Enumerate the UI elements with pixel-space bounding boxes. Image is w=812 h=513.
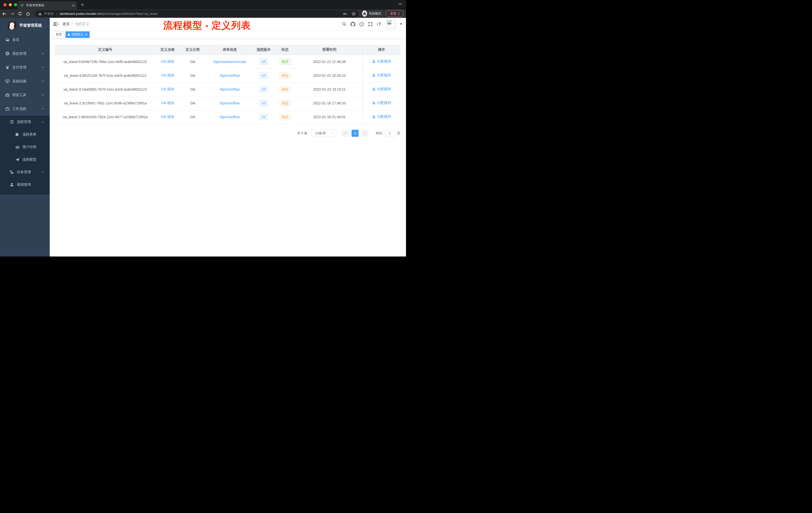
incognito-label: 无痕模式 <box>369 11 381 16</box>
url-text[interactable]: dashboard.yudao.iocoder.cn/bpm/manager/d… <box>59 12 158 16</box>
col-definition-name: 定义名称 <box>156 45 179 55</box>
assign-user-icon <box>372 73 376 77</box>
chrome-update-button[interactable]: 更新 <box>385 10 404 17</box>
form-link[interactable]: /bpm/oa/flow <box>220 73 239 78</box>
hamburger-icon[interactable] <box>54 22 58 26</box>
table-row: oa_leave:1:482ec033-762a-11ec-8477-a2380… <box>55 110 401 124</box>
sidebar-item-workflow[interactable]: 工作流程 <box>0 102 50 116</box>
page-content: 定义编号 定义名称 定义分类 表单信息 流程版本 状态 部署时间 操作 oa_l <box>50 39 406 137</box>
tag-label: 流程定义 <box>71 32 83 37</box>
tab-search-chevron-icon[interactable] <box>399 3 402 5</box>
password-key-icon[interactable] <box>343 12 348 16</box>
version-badge: v5 <box>259 58 268 65</box>
page-number-current[interactable]: 1 <box>351 130 358 137</box>
sidebar-item-label: 首页 <box>12 38 19 42</box>
forward-icon[interactable] <box>10 12 14 16</box>
sidebar-item-process-model[interactable]: 流程模型 <box>0 153 50 166</box>
toolbox-icon <box>5 107 9 111</box>
not-secure-warning-icon[interactable] <box>38 12 42 15</box>
main-area: 流程模型 - 定义列表 首页 / 流程定义 <box>50 18 406 256</box>
form-link[interactable]: /bpm/oa/flow <box>220 101 239 105</box>
text-size-icon[interactable]: TT <box>377 22 382 26</box>
breadcrumb-separator: / <box>72 22 73 26</box>
deploy-time: 2022-01-16 01:40:51 <box>296 110 362 124</box>
security-label[interactable]: 不安全 <box>44 11 54 16</box>
browser-menu-kebab-icon[interactable] <box>399 12 399 15</box>
tag-label: 首页 <box>56 32 62 37</box>
form-link[interactable]: /bpm/oa/flow <box>220 87 239 91</box>
url-host: dashboard.yudao.iocoder.cn <box>59 12 100 16</box>
sidebar-item-payment[interactable]: 支付管理 <box>0 60 50 74</box>
chevron-left-icon <box>345 132 347 135</box>
form-link[interactable]: /bpm/oa/leave/create <box>213 60 246 64</box>
definition-name-link[interactable]: OA 请假 <box>161 73 174 77</box>
tab-close-icon[interactable] <box>72 4 75 7</box>
assign-rule-button[interactable]: 分配规则 <box>372 73 391 78</box>
page-size-select[interactable]: 10条/页 <box>311 130 337 137</box>
chevron-down-icon <box>332 132 334 134</box>
table-row: oa_leave:3:1fad3d93-7b75-11ec-a3c8-acde4… <box>55 82 401 96</box>
table-row: oa_leave:2:3c1f0ef1-76b1-11ec-9c66-a2380… <box>55 96 401 110</box>
form-link[interactable]: /bpm/oa/flow <box>220 115 239 119</box>
sidebar-item-devtools[interactable]: 研发工具 <box>0 88 50 102</box>
back-icon[interactable] <box>2 12 6 16</box>
sidebar-item-process-form[interactable]: 流程表单 <box>0 128 50 141</box>
prev-page-button[interactable] <box>342 130 349 137</box>
definition-name-link[interactable]: OA 请假 <box>161 87 174 91</box>
next-page-button[interactable] <box>361 130 368 137</box>
definition-id: oa_leave:4:991f2193-7b7f-11ec-a3c8-acde4… <box>55 68 156 82</box>
home-icon[interactable] <box>26 12 30 16</box>
sidebar-item-label: 研发工具 <box>12 93 26 97</box>
chevron-up-icon <box>41 121 44 123</box>
assign-rule-button[interactable]: 分配规则 <box>372 115 391 119</box>
zoom-window-button[interactable] <box>14 3 17 6</box>
sidebar-item-user-group[interactable]: 用户分组 <box>0 141 50 153</box>
address-bar[interactable]: 不安全 | dashboard.yudao.iocoder.cn/bpm/man… <box>35 10 359 17</box>
version-badge: v1 <box>259 114 268 120</box>
sidebar-item-process-management[interactable]: 流程管理 <box>0 116 50 128</box>
tag-home[interactable]: 首页 <box>54 31 64 38</box>
tag-process-definition[interactable]: 流程定义 <box>65 31 90 38</box>
sidebar-item-home[interactable]: 首页 <box>0 33 50 47</box>
goto-label: 前往 <box>376 131 382 135</box>
browser-tab[interactable]: 芋道管理系统 <box>18 1 77 9</box>
definition-name-link[interactable]: OA 请假 <box>161 101 174 105</box>
reload-icon[interactable] <box>18 11 22 16</box>
sidebar-item-label: 系统管理 <box>12 52 26 56</box>
minimize-window-button[interactable] <box>9 3 12 6</box>
definition-category: OA <box>179 55 206 68</box>
avatar-caret-down-icon[interactable] <box>400 23 402 25</box>
logo-avatar <box>8 21 16 30</box>
sidebar-item-leave-query[interactable]: 请假查询 <box>0 178 50 191</box>
chevron-down-icon <box>41 94 44 96</box>
close-window-button[interactable] <box>3 3 6 6</box>
definition-category: OA <box>179 110 206 124</box>
sidebar-item-system[interactable]: 系统管理 <box>0 47 50 60</box>
help-icon[interactable]: ? <box>359 22 364 27</box>
definition-name-link[interactable]: OA 请假 <box>161 115 174 119</box>
tag-close-icon[interactable] <box>85 33 87 36</box>
user-avatar[interactable] <box>386 19 396 29</box>
sidebar-item-label: 用户分组 <box>22 145 36 149</box>
pagination: 共 5 条 10条/页 1 前往 页 <box>55 130 401 137</box>
new-tab-button[interactable] <box>80 2 85 7</box>
sidebar-item-infra[interactable]: 基础设施 <box>0 74 50 88</box>
sidebar-item-label: 工作流程 <box>12 107 26 111</box>
fullscreen-icon[interactable] <box>368 22 373 26</box>
goto-page-input[interactable] <box>384 130 396 137</box>
version-badge: v3 <box>259 86 268 93</box>
assign-rule-button[interactable]: 分配规则 <box>372 101 391 105</box>
assign-rule-button[interactable]: 分配规则 <box>372 59 391 64</box>
github-icon[interactable] <box>350 22 355 27</box>
svg-text:T: T <box>377 23 378 26</box>
definition-category: OA <box>179 96 206 110</box>
assign-rule-button[interactable]: 分配规则 <box>372 87 391 91</box>
workflow-submenu: 流程管理 流程表单 用户分组 <box>0 116 50 194</box>
definition-name-link[interactable]: OA 请假 <box>161 59 174 63</box>
status-badge: 挂起 <box>279 72 291 79</box>
sidebar-item-task-management[interactable]: 任务管理 <box>0 166 50 178</box>
breadcrumb-home[interactable]: 首页 <box>62 22 69 26</box>
deploy-time: 2022-01-22 20:34:10 <box>296 68 362 82</box>
bookmark-star-icon[interactable] <box>351 11 356 16</box>
search-icon[interactable] <box>342 22 347 26</box>
